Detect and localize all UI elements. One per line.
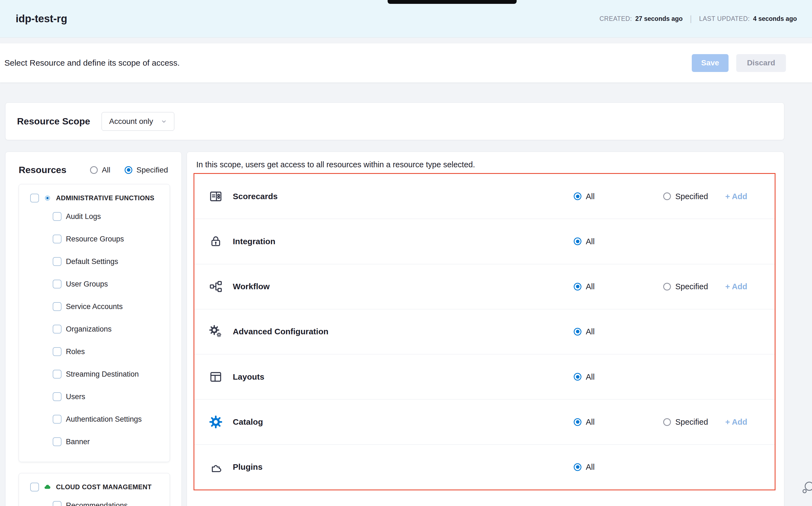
- resource-scope-dropdown[interactable]: Account only: [102, 112, 174, 131]
- created-label: CREATED:: [600, 15, 632, 22]
- admin-functions-icon: [44, 194, 51, 202]
- resource-type-row: Advanced Configuration All: [194, 309, 775, 354]
- item-checkbox[interactable]: [53, 415, 62, 424]
- specified-radio[interactable]: [663, 418, 671, 426]
- resource-item-row: Default Settings: [19, 250, 170, 273]
- resource-item-label: Users: [66, 393, 85, 401]
- add-link[interactable]: + Add: [725, 418, 747, 427]
- resource-scope-label: Resource Scope: [17, 116, 90, 126]
- resource-scope-card: Resource Scope Account only: [5, 102, 784, 140]
- resource-item-row: Resource Groups: [19, 228, 170, 250]
- top-notch: [388, 0, 517, 4]
- resource-item-row: Streaming Destination: [19, 363, 170, 386]
- add-link[interactable]: + Add: [725, 282, 747, 291]
- resource-item-row: Authentication Settings: [19, 408, 170, 430]
- add-link[interactable]: + Add: [725, 192, 747, 201]
- all-radio-option[interactable]: All: [574, 192, 595, 201]
- help-widget-icon[interactable]: [801, 480, 812, 496]
- resource-item-label: Roles: [66, 347, 85, 356]
- plugins-icon: [209, 460, 223, 474]
- specified-radio[interactable]: [663, 283, 671, 290]
- resource-type-label: Advanced Configuration: [233, 327, 328, 336]
- specified-radio-label: Specified: [675, 282, 708, 291]
- resources-all-radio[interactable]: [90, 166, 98, 174]
- integration-icon: [209, 234, 223, 249]
- chevron-down-icon: [161, 118, 167, 124]
- resource-item-row: Organizations: [19, 318, 170, 340]
- item-checkbox[interactable]: [53, 257, 62, 266]
- resources-all-option[interactable]: All: [90, 166, 110, 174]
- resource-scope-selected: Account only: [109, 117, 153, 126]
- resource-item-row: Banner: [19, 430, 170, 453]
- all-radio[interactable]: [574, 283, 582, 290]
- item-checkbox[interactable]: [53, 235, 62, 243]
- item-checkbox[interactable]: [53, 212, 62, 221]
- item-checkbox[interactable]: [53, 370, 62, 378]
- all-radio[interactable]: [574, 192, 582, 200]
- all-radio-option[interactable]: All: [574, 372, 595, 381]
- item-checkbox[interactable]: [53, 392, 62, 401]
- all-radio-label: All: [586, 282, 595, 291]
- all-radio[interactable]: [574, 373, 582, 381]
- layouts-icon: [209, 370, 223, 384]
- resource-type-label: Integration: [233, 237, 275, 246]
- resource-group-header: CLOUD COST MANAGEMENT: [19, 481, 170, 494]
- resource-type-label: Scorecards: [233, 192, 278, 201]
- resource-type-label: Plugins: [233, 462, 263, 472]
- resource-item-label: Resource Groups: [66, 235, 124, 243]
- save-button[interactable]: Save: [692, 54, 728, 72]
- all-radio-label: All: [586, 192, 595, 201]
- resource-group-card: CLOUD COST MANAGEMENT Recommendations: [19, 473, 170, 506]
- specified-radio-option[interactable]: Specified: [663, 282, 708, 291]
- discard-button[interactable]: Discard: [736, 54, 786, 72]
- item-checkbox[interactable]: [53, 325, 62, 334]
- item-checkbox[interactable]: [53, 347, 62, 356]
- resource-item-label: Authentication Settings: [66, 415, 142, 424]
- meta-separator: |: [690, 14, 692, 23]
- resources-specified-option[interactable]: Specified: [125, 166, 168, 174]
- resource-item-row: Recommendations: [19, 494, 170, 506]
- all-radio-label: All: [586, 462, 595, 472]
- resource-type-row: Catalog All Specified + Add: [194, 399, 775, 444]
- scope-note: In this scope, users get access to all r…: [187, 152, 784, 169]
- all-radio[interactable]: [574, 463, 582, 471]
- group-checkbox[interactable]: [30, 194, 39, 202]
- resource-groups: ADMINISTRATIVE FUNCTIONS Audit Logs Reso…: [5, 184, 182, 506]
- resource-item-row: Users: [19, 386, 170, 408]
- specified-radio-option[interactable]: Specified: [663, 192, 708, 201]
- all-radio-option[interactable]: All: [574, 237, 595, 246]
- item-checkbox[interactable]: [53, 501, 62, 506]
- item-checkbox[interactable]: [53, 302, 62, 311]
- resource-type-label: Catalog: [233, 417, 263, 427]
- item-checkbox[interactable]: [53, 280, 62, 288]
- resources-specified-radio[interactable]: [125, 166, 132, 174]
- item-checkbox[interactable]: [53, 437, 62, 446]
- all-radio-option[interactable]: All: [574, 327, 595, 336]
- specified-radio-option[interactable]: Specified: [663, 418, 708, 427]
- group-checkbox[interactable]: [30, 483, 39, 491]
- all-radio[interactable]: [574, 238, 582, 245]
- all-radio-label: All: [586, 418, 595, 427]
- all-radio-label: All: [586, 237, 595, 246]
- all-radio[interactable]: [574, 418, 582, 426]
- resource-type-row: Layouts All: [194, 354, 775, 399]
- advanced-config-icon: [209, 324, 223, 339]
- resource-item-label: Service Accounts: [66, 303, 123, 311]
- all-radio-option[interactable]: All: [574, 282, 595, 291]
- resource-type-row: Scorecards All Specified + Add: [194, 174, 775, 219]
- specified-radio-label: Specified: [675, 192, 708, 201]
- resource-group-card: ADMINISTRATIVE FUNCTIONS Audit Logs Reso…: [19, 184, 170, 462]
- resources-all-label: All: [102, 166, 110, 174]
- action-toolbar: Select Resource and define its scope of …: [0, 44, 812, 82]
- resources-panel: Resources All Specified ADMINISTRATIVE F…: [5, 152, 182, 506]
- all-radio-option[interactable]: All: [574, 418, 595, 427]
- group-name: ADMINISTRATIVE FUNCTIONS: [56, 194, 154, 202]
- all-radio-option[interactable]: All: [574, 462, 595, 472]
- scope-access-panel: In this scope, users get access to all r…: [187, 152, 784, 506]
- specified-radio[interactable]: [663, 192, 671, 200]
- group-name: CLOUD COST MANAGEMENT: [56, 483, 151, 491]
- resource-item-row: User Groups: [19, 273, 170, 295]
- page-header: idp-test-rg CREATED: 27 seconds ago | LA…: [0, 0, 812, 37]
- toolbar-description: Select Resource and define its scope of …: [4, 58, 180, 68]
- all-radio[interactable]: [574, 328, 582, 335]
